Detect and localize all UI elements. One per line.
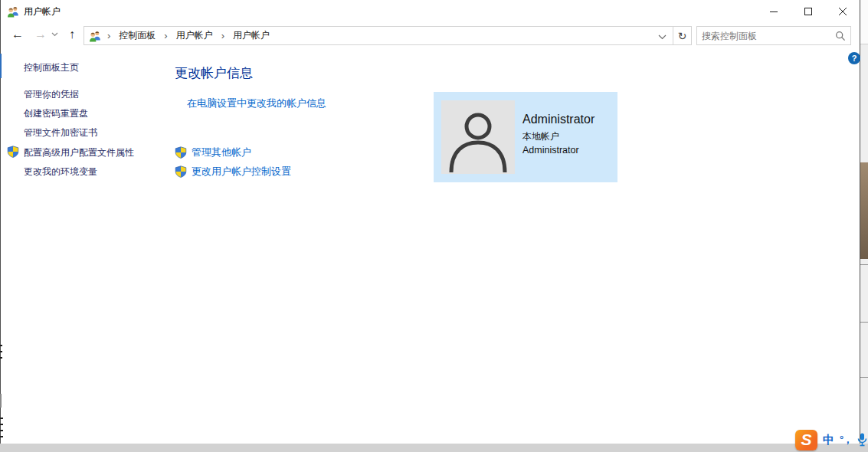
account-type: 本地帐户 xyxy=(522,131,594,142)
breadcrumb-separator: › xyxy=(107,30,110,41)
refresh-button[interactable]: ↻ xyxy=(673,26,692,45)
sidebar-item-control-panel-home[interactable]: 控制面板主页 xyxy=(24,61,79,74)
desktop-edge-artifact xyxy=(0,436,3,437)
maximize-button[interactable] xyxy=(791,0,825,23)
breadcrumb-user-accounts-page[interactable]: 用户帐户 xyxy=(231,28,272,44)
titlebar[interactable]: 用户帐户 xyxy=(1,0,860,23)
desktop-artifact-line xyxy=(860,264,868,265)
manage-other-accounts-label: 管理其他帐户 xyxy=(192,146,251,159)
content-area: 控制面板主页 管理你的凭据 创建密码重置盘 管理文件加密证书 配置高级用户配置文… xyxy=(1,46,860,444)
close-button[interactable] xyxy=(825,0,860,23)
desktop-edge-artifact xyxy=(0,351,2,352)
desktop-edge-artifact xyxy=(0,357,2,359)
breadcrumb-separator: › xyxy=(221,30,224,41)
back-button[interactable]: ← xyxy=(7,23,28,46)
navigation-bar: ← → ↑ › 控制面板 › 用户帐户 › 用户帐户 ↻ xyxy=(1,23,860,46)
maximize-icon xyxy=(804,8,812,15)
user-accounts-window: 用户帐户 ← → ↑ › 控制面板 › 用户帐户 › 用户帐户 xyxy=(0,0,860,444)
desktop-edge-artifact xyxy=(0,424,3,425)
address-dropdown[interactable] xyxy=(658,29,670,43)
user-avatar-icon xyxy=(441,103,515,174)
desktop-artifact-line xyxy=(860,322,868,323)
minimize-button[interactable] xyxy=(756,0,791,23)
manage-other-accounts-link[interactable]: 管理其他帐户 xyxy=(175,146,251,159)
sogou-logo-icon[interactable]: S xyxy=(795,430,817,450)
desktop-wallpaper-sliver xyxy=(860,162,868,259)
recent-pages-dropdown[interactable] xyxy=(48,23,61,46)
search-box xyxy=(696,26,851,45)
page-title: 更改帐户信息 xyxy=(175,64,253,82)
avatar xyxy=(441,100,515,174)
breadcrumb-separator: › xyxy=(164,30,167,41)
account-info: Administrator 本地帐户 Administrator xyxy=(522,112,594,182)
breadcrumb-users-icon xyxy=(89,30,101,42)
microphone-icon[interactable] xyxy=(857,433,867,447)
desktop-artifact xyxy=(860,0,868,44)
uac-shield-icon xyxy=(7,146,19,158)
account-role: Administrator xyxy=(522,145,594,156)
uac-shield-icon xyxy=(175,146,187,159)
close-icon xyxy=(839,8,847,15)
sidebar-item-manage-file-encryption-certificates[interactable]: 管理文件加密证书 xyxy=(24,126,97,139)
ime-language-icon[interactable]: 中 xyxy=(823,433,834,447)
change-uac-settings-link[interactable]: 更改用户帐户控制设置 xyxy=(175,165,291,179)
caption-buttons xyxy=(756,0,860,23)
up-button[interactable]: ↑ xyxy=(62,23,82,46)
desktop-edge-artifact xyxy=(0,54,2,78)
sidebar-item-create-password-reset-disk[interactable]: 创建密码重置盘 xyxy=(24,107,88,120)
search-input[interactable] xyxy=(702,31,835,41)
chevron-down-icon xyxy=(658,34,667,40)
desktop-edge-right xyxy=(860,0,868,452)
sidebar-item-change-environment-variables[interactable]: 更改我的环境变量 xyxy=(24,165,97,179)
sidebar-item-manage-credentials[interactable]: 管理你的凭据 xyxy=(24,88,79,101)
account-name: Administrator xyxy=(522,112,594,127)
search-icon xyxy=(835,31,846,41)
ime-punctuation-icon[interactable]: °， xyxy=(840,433,852,447)
window-title: 用户帐户 xyxy=(24,5,61,18)
change-account-info-in-pc-settings-link[interactable]: 在电脑设置中更改我的帐户信息 xyxy=(187,97,326,110)
chevron-down-icon xyxy=(51,32,58,37)
desktop-edge-artifact xyxy=(0,430,3,431)
breadcrumb-control-panel[interactable]: 控制面板 xyxy=(116,28,158,44)
desktop-edge-bottom xyxy=(0,444,868,452)
minimize-icon xyxy=(770,8,778,15)
uac-shield-icon xyxy=(175,165,187,178)
ime-toolbar: S 中 °， xyxy=(795,427,868,452)
desktop-edge-artifact xyxy=(0,394,2,408)
help-button[interactable]: ? xyxy=(848,52,860,64)
desktop-artifact-line xyxy=(860,377,868,378)
desktop-edge-artifact xyxy=(0,345,2,346)
account-tile[interactable]: Administrator 本地帐户 Administrator xyxy=(434,92,617,182)
desktop-edge-artifact xyxy=(0,418,3,419)
user-accounts-app-icon xyxy=(7,5,19,18)
breadcrumb-user-accounts[interactable]: 用户帐户 xyxy=(174,28,215,44)
change-uac-settings-label: 更改用户帐户控制设置 xyxy=(192,165,291,179)
sidebar-item-configure-advanced-user-profile[interactable]: 配置高级用户配置文件属性 xyxy=(24,146,134,159)
address-bar[interactable]: › 控制面板 › 用户帐户 › 用户帐户 xyxy=(84,26,673,45)
